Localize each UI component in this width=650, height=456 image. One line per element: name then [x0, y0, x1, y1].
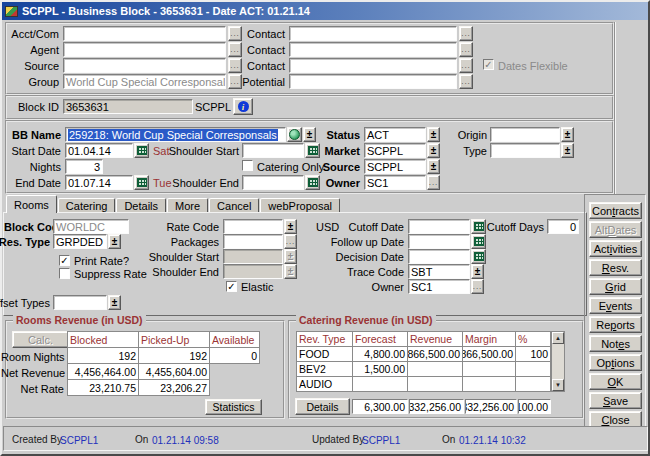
cat-row-bev2-forecast[interactable]: 1,500.00 — [352, 361, 408, 377]
end-date-field[interactable]: 01.07.14 — [65, 175, 133, 190]
catering-scrollbar[interactable]: ▲ ▼ — [551, 331, 565, 392]
packages-lov-button[interactable]: ... — [284, 234, 297, 249]
cat-row-food-forecast[interactable]: 4,800.00 — [352, 346, 408, 362]
cat-row-bev2-pct[interactable] — [515, 361, 551, 377]
start-date-calendar-button[interactable] — [134, 143, 149, 158]
rate-code-field[interactable] — [223, 219, 283, 234]
agent-field[interactable] — [63, 42, 226, 57]
dates-flexible-checkbox[interactable]: ✓ — [483, 59, 494, 70]
tab-more[interactable]: More — [167, 198, 208, 213]
resv-button[interactable]: Resv. — [589, 259, 642, 276]
tab-catering[interactable]: Catering — [58, 198, 116, 213]
tab-owner-lov-button[interactable]: ... — [471, 279, 484, 294]
acct-com-field[interactable] — [63, 26, 226, 41]
origin-field[interactable] — [490, 127, 560, 142]
nights-label: Nights — [7, 161, 61, 173]
decision-date-field[interactable] — [408, 249, 470, 264]
source-field[interactable] — [63, 58, 226, 73]
start-date-field[interactable]: 01.04.14 — [65, 143, 133, 158]
contact1-lov-button[interactable]: ... — [459, 26, 473, 41]
block-code-field[interactable]: WORLDC — [53, 219, 129, 234]
tab-rooms[interactable]: Rooms — [6, 195, 57, 213]
reports-button[interactable]: Reports — [589, 316, 642, 333]
contact3-lov-button[interactable]: ... — [459, 58, 473, 73]
cat-row-food-margin[interactable]: 9,866,500.00 — [462, 346, 516, 362]
owner-field[interactable]: SC1 — [364, 175, 426, 190]
end-date-calendar-button[interactable] — [134, 175, 149, 190]
nights-field[interactable]: 3 — [65, 159, 103, 174]
catering-only-checkbox[interactable] — [242, 160, 253, 171]
cat-row-audio-forecast[interactable] — [352, 376, 408, 392]
statistics-button[interactable]: Statistics — [205, 399, 262, 415]
shoulder-start-field[interactable] — [242, 143, 304, 158]
type-field[interactable] — [490, 143, 560, 158]
packages-field[interactable] — [223, 234, 283, 249]
follow-up-field[interactable] — [408, 234, 470, 249]
tab-webproposal[interactable]: webProposal — [260, 198, 340, 213]
dates-flexible-label: Dates Flexible — [498, 60, 568, 72]
dropdown-icon: ± — [565, 146, 571, 156]
scroll-down-button[interactable]: ▼ — [552, 379, 564, 391]
type-lov-button[interactable]: ± — [561, 143, 574, 158]
cutoff-days-field[interactable]: 0 — [547, 219, 579, 234]
contact2-lov-button[interactable]: ... — [459, 42, 473, 57]
cat-row-audio-revenue[interactable] — [407, 376, 463, 392]
suppress-rate-checkbox[interactable] — [59, 268, 70, 279]
save-button[interactable]: Save — [589, 392, 642, 409]
rate-code-lov-button[interactable]: ± — [284, 219, 297, 234]
ellipsis-icon: ... — [461, 29, 471, 38]
decision-date-calendar-button[interactable] — [471, 249, 486, 264]
calendar-icon — [137, 178, 147, 187]
cat-row-audio-margin[interactable] — [462, 376, 516, 392]
cat-row-audio-type[interactable]: AUDIO — [296, 376, 353, 392]
contact1-label: Contact — [225, 28, 285, 40]
origin-lov-button[interactable]: ± — [561, 127, 574, 142]
cat-row-food-pct[interactable]: 100 — [515, 346, 551, 362]
contact2-field[interactable] — [289, 42, 457, 57]
cat-row-audio-pct[interactable] — [515, 376, 551, 392]
bb-source-field[interactable]: SCPPL — [364, 159, 426, 174]
elastic-checkbox[interactable]: ✓ — [226, 281, 237, 292]
status-field[interactable]: ACT — [364, 127, 426, 142]
tab-details[interactable]: Details — [116, 198, 166, 213]
potential-lov-button[interactable]: ... — [459, 74, 473, 89]
res-type-lov-button[interactable]: ± — [108, 234, 121, 249]
cat-row-bev2-type[interactable]: BEV2 — [296, 361, 353, 377]
trace-code-field[interactable]: SBT — [408, 264, 470, 279]
details-button[interactable]: Details — [295, 398, 350, 415]
grid-button[interactable]: Grid — [589, 278, 642, 295]
bb-name-field[interactable]: 259218: World Cup Special Corresponsals — [65, 127, 286, 142]
ok-button[interactable]: OK — [589, 373, 642, 390]
bb-name-globe-button[interactable] — [287, 127, 302, 142]
tab-cancel[interactable]: Cancel — [209, 198, 259, 213]
tab-owner-field[interactable]: SC1 — [408, 279, 470, 294]
cat-row-food-type[interactable]: FOOD — [296, 346, 353, 362]
print-rate-checkbox[interactable]: ✓ — [59, 255, 70, 266]
notes-button[interactable]: Notes — [589, 335, 642, 352]
net-rate-label: Net Rate — [1, 383, 64, 395]
potential-field[interactable] — [289, 74, 457, 89]
bb-source-lov-button[interactable]: ± — [427, 159, 440, 174]
events-button[interactable]: Events — [589, 297, 642, 314]
res-type-field[interactable]: GRPDED — [53, 234, 107, 249]
contracts-button[interactable]: Contracts — [589, 202, 642, 219]
offset-types-lov-button[interactable]: ± — [108, 295, 121, 310]
activities-button[interactable]: Activities — [589, 240, 642, 257]
cat-row-bev2-margin[interactable] — [462, 361, 516, 377]
offset-types-field[interactable] — [53, 295, 107, 310]
property-info-button[interactable]: i — [233, 98, 253, 115]
owner-lov-button[interactable]: ... — [427, 175, 440, 190]
contact3-field[interactable] — [289, 58, 457, 73]
follow-up-calendar-button[interactable] — [471, 234, 486, 249]
group-field[interactable]: World Cup Special Corresponsals — [63, 74, 226, 89]
trace-code-lov-button[interactable]: ± — [471, 264, 484, 279]
options-button[interactable]: Options — [589, 354, 642, 371]
shoulder-end-field[interactable] — [242, 175, 304, 190]
cat-row-bev2-revenue[interactable] — [407, 361, 463, 377]
contact1-field[interactable] — [289, 26, 457, 41]
cat-row-food-revenue[interactable]: 9,866,500.00 — [407, 346, 463, 362]
cutoff-date-field[interactable] — [408, 219, 470, 234]
scroll-up-button[interactable]: ▲ — [552, 332, 564, 344]
market-field[interactable]: SCPPL — [364, 143, 426, 158]
origin-label: Origin — [437, 129, 487, 141]
